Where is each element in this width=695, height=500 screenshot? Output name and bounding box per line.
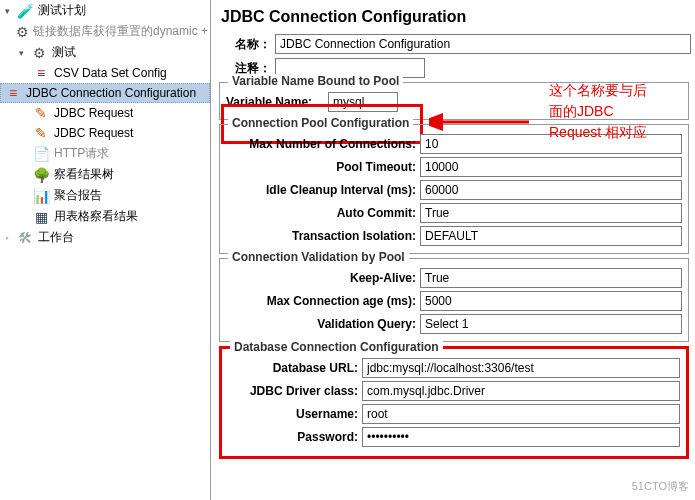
var-name-label: Variable Name: (226, 95, 324, 109)
conn-pool-fieldset: Connection Pool Configuration Max Number… (219, 124, 689, 254)
gear-icon: ⚙ (16, 24, 29, 40)
validation-fieldset: Connection Validation by Pool Keep-Alive… (219, 258, 689, 342)
annotation-text: 这个名称要与后 面的JDBC Request 相对应 (549, 80, 689, 143)
tree-label: 工作台 (38, 229, 74, 246)
tree-workbench[interactable]: ◦ 🛠 工作台 (0, 227, 210, 248)
max-conn-label: Max Number of Connections: (226, 137, 416, 151)
max-age-label: Max Connection age (ms): (226, 294, 416, 308)
name-label: 名称： (221, 36, 271, 53)
pencil-icon: ✎ (32, 105, 50, 121)
query-label: Validation Query: (226, 317, 416, 331)
txn-label: Transaction Isolation: (226, 229, 416, 243)
tree-item-table-results[interactable]: ▦ 用表格察看结果 (0, 206, 210, 227)
tree-item-jdbc-req-2[interactable]: ✎ JDBC Request (0, 123, 210, 143)
db-conn-fieldset: Database Connection Configuration Databa… (219, 346, 689, 459)
config-panel: JDBC Connection Configuration 名称： 注释： Va… (211, 0, 695, 500)
name-input[interactable] (275, 34, 691, 54)
user-label: Username: (228, 407, 358, 421)
pass-input[interactable] (362, 427, 680, 447)
tree-label: 聚合报告 (54, 187, 102, 204)
driver-label: JDBC Driver class: (228, 384, 358, 398)
tree-panel: ▾ 🧪 测试计划 ⚙ 链接数据库获得重置的dynamic + res ▾ ⚙ 测… (0, 0, 211, 500)
max-age-input[interactable] (420, 291, 682, 311)
jdbc-icon: ≡ (4, 85, 22, 101)
beaker-icon: 🧪 (16, 3, 34, 19)
tree-item-jdbc-req-1[interactable]: ✎ JDBC Request (0, 103, 210, 123)
collapse-icon[interactable]: ▾ (16, 48, 26, 58)
auto-commit-input[interactable] (420, 203, 682, 223)
leaf-icon: ◦ (2, 233, 12, 243)
page-title: JDBC Connection Configuration (211, 0, 695, 32)
keep-alive-input[interactable] (420, 268, 682, 288)
tree-label: 用表格察看结果 (54, 208, 138, 225)
tree-icon: 🌳 (32, 167, 50, 183)
tree-label: JDBC Request (54, 106, 133, 120)
validation-legend: Connection Validation by Pool (228, 250, 409, 264)
tree-item-aggregate[interactable]: 📊 聚合报告 (0, 185, 210, 206)
tree-label: JDBC Connection Configuration (26, 86, 196, 100)
report-icon: 📊 (32, 188, 50, 204)
watermark: 51CTO博客 (632, 479, 689, 494)
collapse-icon[interactable]: ▾ (2, 6, 12, 16)
workbench-icon: 🛠 (16, 230, 34, 246)
var-name-input[interactable] (328, 92, 398, 112)
idle-label: Idle Cleanup Interval (ms): (226, 183, 416, 197)
tree-label: 测试 (52, 44, 76, 61)
pool-timeout-label: Pool Timeout: (226, 160, 416, 174)
db-url-label: Database URL: (228, 361, 358, 375)
tree-item-jdbc-config[interactable]: ≡ JDBC Connection Configuration (0, 83, 210, 103)
pool-timeout-input[interactable] (420, 157, 682, 177)
user-input[interactable] (362, 404, 680, 424)
tree-label: 链接数据库获得重置的dynamic + res (33, 23, 211, 40)
keep-alive-label: Keep-Alive: (226, 271, 416, 285)
pencil-icon: ✎ (32, 125, 50, 141)
tree-item-csv[interactable]: ≡ CSV Data Set Config (0, 63, 210, 83)
table-icon: ▦ (32, 209, 50, 225)
tree-test[interactable]: ▾ ⚙ 测试 (0, 42, 210, 63)
db-url-input[interactable] (362, 358, 680, 378)
var-pool-legend: Variable Name Bound to Pool (228, 74, 403, 88)
tree-label: HTTP请求 (54, 145, 109, 162)
csv-icon: ≡ (32, 65, 50, 81)
tree-item-http[interactable]: 📄 HTTP请求 (0, 143, 210, 164)
auto-commit-label: Auto Commit: (226, 206, 416, 220)
tree-item-results-tree[interactable]: 🌳 察看结果树 (0, 164, 210, 185)
query-input[interactable] (420, 314, 682, 334)
driver-input[interactable] (362, 381, 680, 401)
tree-label: JDBC Request (54, 126, 133, 140)
gear-icon: ⚙ (30, 45, 48, 61)
pass-label: Password: (228, 430, 358, 444)
request-icon: 📄 (32, 146, 50, 162)
txn-input[interactable] (420, 226, 682, 246)
db-conn-legend: Database Connection Configuration (230, 340, 443, 354)
tree-label: 测试计划 (38, 2, 86, 19)
idle-input[interactable] (420, 180, 682, 200)
tree-root[interactable]: ▾ 🧪 测试计划 (0, 0, 210, 21)
tree-label: 察看结果树 (54, 166, 114, 183)
conn-pool-legend: Connection Pool Configuration (228, 116, 413, 130)
tree-root-tip[interactable]: ⚙ 链接数据库获得重置的dynamic + res (0, 21, 210, 42)
tree-label: CSV Data Set Config (54, 66, 167, 80)
